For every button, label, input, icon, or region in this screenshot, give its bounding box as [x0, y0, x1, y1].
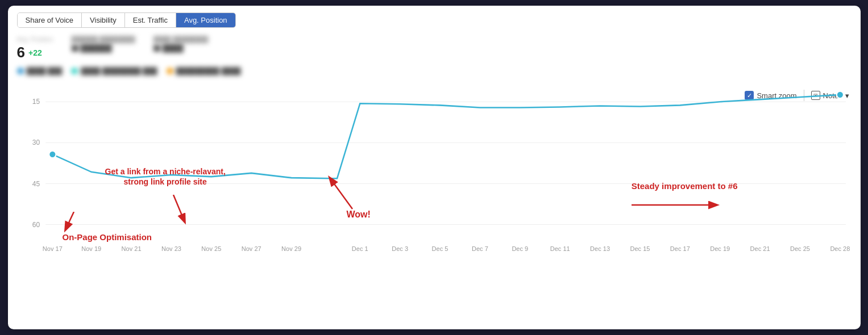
legend-dot-2 [71, 68, 78, 74]
tab-visibility[interactable]: Visibility [82, 13, 125, 27]
chart-area: 15 30 45 60 Nov 17 Nov 19 Nov 21 Nov 23 … [17, 78, 852, 271]
annotation-on-page: On-Page Optimisation [63, 232, 152, 243]
svg-text:Dec 1: Dec 1 [351, 245, 368, 252]
svg-text:Dec 21: Dec 21 [750, 245, 770, 252]
svg-text:Dec 9: Dec 9 [512, 245, 528, 252]
annotation-steady: Steady improvement to #6 [632, 181, 738, 192]
svg-point-8 [49, 151, 56, 158]
svg-text:45: 45 [32, 179, 40, 187]
tab-share-of-voice[interactable]: Share of Voice [18, 13, 82, 27]
tertiary-metric-sub: ████ [153, 44, 209, 52]
svg-text:Dec 19: Dec 19 [710, 245, 730, 252]
secondary-metric-label: ██████ ████████ [72, 36, 135, 43]
legend-dot-3 [167, 68, 173, 74]
svg-point-9 [836, 91, 843, 98]
svg-line-32 [330, 178, 352, 209]
primary-metric-label: Avg. Position [17, 36, 53, 43]
legend-dot-1 [17, 68, 24, 74]
svg-text:30: 30 [32, 139, 40, 146]
legend-item-1: ████ ███ [17, 67, 63, 75]
svg-text:Dec 17: Dec 17 [670, 245, 690, 252]
primary-metric-value: 6 +22 [17, 44, 53, 61]
svg-text:Dec 15: Dec 15 [630, 245, 650, 252]
svg-text:Dec 25: Dec 25 [790, 245, 809, 252]
svg-text:15: 15 [32, 98, 40, 106]
tertiary-metric-label: ████ ████████ [153, 36, 209, 43]
legend-row: ████ ███ ████ ████████ ███ █████████ ███… [17, 67, 852, 75]
tertiary-icon [153, 45, 160, 52]
svg-text:Nov 21: Nov 21 [121, 245, 141, 252]
primary-metric: Avg. Position 6 +22 [17, 36, 53, 61]
svg-text:60: 60 [32, 221, 40, 229]
svg-text:Nov 23: Nov 23 [161, 245, 181, 252]
svg-line-31 [173, 195, 185, 222]
secondary-icon [72, 45, 78, 52]
svg-text:Dec 3: Dec 3 [392, 245, 408, 252]
main-card: Share of Voice Visibility Est. Traffic A… [8, 6, 861, 329]
svg-text:Dec 7: Dec 7 [472, 245, 488, 252]
tab-est-traffic[interactable]: Est. Traffic [125, 13, 176, 27]
legend-item-2: ████ ████████ ███ [71, 67, 157, 75]
secondary-metric: ██████ ████████ ██████ [72, 36, 135, 52]
svg-text:Nov 17: Nov 17 [42, 245, 62, 252]
annotation-wow: Wow! [347, 209, 371, 221]
metrics-row: Avg. Position 6 +22 ██████ ████████ ████… [17, 36, 852, 61]
tertiary-metric: ████ ████████ ████ [153, 36, 209, 52]
svg-text:Nov 19: Nov 19 [81, 245, 101, 252]
svg-text:Nov 25: Nov 25 [201, 245, 221, 252]
secondary-metric-sub: ██████ [72, 44, 135, 52]
svg-text:Dec 5: Dec 5 [431, 245, 448, 252]
svg-text:Dec 28: Dec 28 [830, 245, 850, 252]
tab-avg-position[interactable]: Avg. Position [176, 13, 235, 27]
svg-text:Dec 11: Dec 11 [550, 245, 570, 252]
svg-line-30 [65, 212, 74, 230]
tab-bar: Share of Voice Visibility Est. Traffic A… [17, 12, 236, 28]
svg-text:Dec 13: Dec 13 [590, 245, 610, 252]
svg-text:Nov 27: Nov 27 [241, 245, 261, 252]
primary-metric-change: +22 [28, 48, 42, 57]
annotation-niche-link: Get a link from a niche-relavant,strong … [105, 166, 226, 187]
legend-item-3: █████████ ████ [167, 67, 241, 75]
svg-text:Nov 29: Nov 29 [281, 245, 301, 252]
